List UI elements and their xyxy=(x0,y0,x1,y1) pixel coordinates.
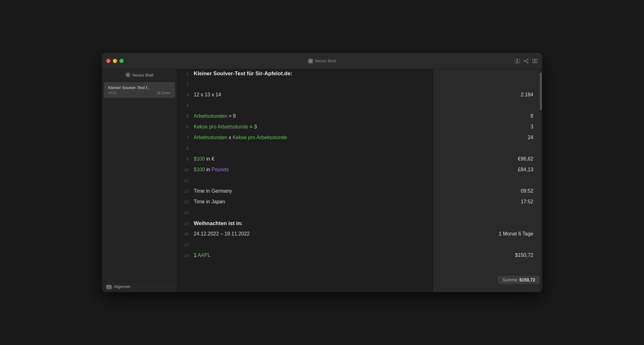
line-number: 10 xyxy=(177,167,194,172)
line-content[interactable]: $100 in € xyxy=(194,156,433,162)
result-value: $150,72 xyxy=(515,252,533,258)
result-value: €96,62 xyxy=(518,156,533,162)
var-name: Arbeitsstunden xyxy=(194,113,227,119)
var1: Arbeitsstunden xyxy=(194,135,227,140)
line-number: 12 xyxy=(177,188,194,194)
new-sheet-button[interactable]: + Neues Blatt xyxy=(102,69,177,81)
line-content[interactable]: $100 in Pounds xyxy=(194,167,433,172)
line-content[interactable]: 1 AAPL xyxy=(194,252,433,258)
summe-bar: Summe $150,72 xyxy=(498,276,540,284)
line-content[interactable]: 12 x 13 x 14 xyxy=(194,92,433,98)
line-row: 3 12 x 13 x 14 xyxy=(177,91,433,101)
sidebar-footer: Allgemein xyxy=(102,281,177,292)
result-row: 09:52 xyxy=(433,187,540,198)
result-row: $150,72 xyxy=(433,251,540,262)
result-value: 1 Monat 6 Tage xyxy=(499,231,533,237)
scrollbar-track[interactable] xyxy=(540,69,542,292)
share-icon[interactable] xyxy=(523,58,529,64)
result-value: 2.184 xyxy=(521,92,533,98)
line-row: 12 Time in Germany xyxy=(177,187,433,198)
var-value: 3 xyxy=(254,124,257,129)
currency-unit: € xyxy=(212,156,214,161)
line-number: 5 xyxy=(177,113,194,119)
result-row xyxy=(433,219,540,230)
layout-icon[interactable] xyxy=(514,58,520,64)
line-content[interactable]: Arbeitsstunden x Kekse pro Arbeitsstunde xyxy=(194,135,433,140)
line-number: 9 xyxy=(177,156,194,161)
result-value: 17:52 xyxy=(521,199,533,205)
book-icon[interactable] xyxy=(532,58,538,64)
result-row xyxy=(433,240,540,251)
in-text: in xyxy=(206,167,212,172)
new-sheet-label: Neues Blatt xyxy=(132,73,153,77)
line-content[interactable]: Arbeitsstunden = 8 xyxy=(194,113,433,119)
line-content[interactable]: Kleiner Soulver-Test für Sir-Apfelot.de: xyxy=(194,71,433,77)
line-content[interactable] xyxy=(194,103,433,108)
result-row: 17:52 xyxy=(433,198,540,208)
app-window: Neues Blatt + Neues Blatt Kleiner Soulve… xyxy=(102,53,542,292)
summe-label: Summe xyxy=(502,277,517,282)
bottom-spacer xyxy=(177,262,433,287)
line-number: 4 xyxy=(177,103,194,108)
op-text: = xyxy=(229,113,233,119)
line-number: 7 xyxy=(177,135,194,140)
line-row: 14 xyxy=(177,208,433,219)
line-content[interactable]: Time in Germany xyxy=(194,188,433,194)
svg-point-6 xyxy=(527,59,528,60)
line-number: 11 xyxy=(177,178,194,183)
result-row: 24 xyxy=(433,133,540,144)
scrollbar-thumb[interactable] xyxy=(540,72,542,110)
line-row: 17 xyxy=(177,240,433,251)
result-row xyxy=(433,101,540,112)
line-row: 13 Time in Japan xyxy=(177,198,433,208)
line-content[interactable]: Kekse pro Arbeitsstunde = 3 xyxy=(194,124,433,130)
currency-unit: Pounds xyxy=(212,167,229,172)
line-row: 18 1 AAPL xyxy=(177,251,433,262)
line-row: 15 Weihnachten ist in: xyxy=(177,219,433,230)
fullscreen-button[interactable] xyxy=(119,59,124,63)
editor-pane[interactable]: 1 Kleiner Soulver-Test für Sir-Apfelot.d… xyxy=(177,69,433,292)
line-content[interactable] xyxy=(194,145,433,151)
result-row: 1 Monat 6 Tage xyxy=(433,230,540,240)
line-content[interactable] xyxy=(194,210,433,215)
svg-point-8 xyxy=(527,62,528,63)
svg-rect-12 xyxy=(535,59,537,63)
line-content[interactable] xyxy=(194,178,433,183)
minimize-button[interactable] xyxy=(113,59,117,63)
line-content[interactable] xyxy=(194,242,433,247)
line-row: 6 Kekse pro Arbeitsstunde = 3 xyxy=(177,123,433,133)
line-content[interactable] xyxy=(194,81,433,87)
sidebar: + Neues Blatt Kleiner Soulver-Test f... … xyxy=(102,69,177,292)
line-number: 18 xyxy=(177,252,194,258)
line-content[interactable]: Weihnachten ist in: xyxy=(194,220,433,227)
line-text: Kleiner Soulver-Test für Sir-Apfelot.de: xyxy=(194,71,292,76)
result-row: 8 xyxy=(433,112,540,123)
result-value: £84,13 xyxy=(518,167,533,172)
titlebar-actions xyxy=(514,58,538,64)
line-text: Time in Japan xyxy=(194,199,225,204)
result-row: £84,13 xyxy=(433,166,540,176)
result-row xyxy=(433,69,540,80)
line-row: 8 xyxy=(177,144,433,155)
close-button[interactable] xyxy=(106,59,110,63)
result-row xyxy=(433,208,540,219)
sidebar-item-meta: 09:52 18 Zeilen xyxy=(108,91,171,95)
line-content[interactable]: Time in Japan xyxy=(194,199,433,205)
line-number: 13 xyxy=(177,199,194,204)
line-row: 7 Arbeitsstunden x Kekse pro Arbeitsstun… xyxy=(177,133,433,144)
line-number: 15 xyxy=(177,221,194,226)
result-value: 3 xyxy=(530,124,533,130)
sidebar-item-active[interactable]: Kleiner Soulver-Test f... 09:52 18 Zeile… xyxy=(104,82,175,98)
line-number: 16 xyxy=(177,231,194,236)
result-value: 8 xyxy=(530,113,533,119)
summe-spacer: Summe $150,72 xyxy=(433,262,540,287)
app-body: + Neues Blatt Kleiner Soulver-Test f... … xyxy=(102,69,542,292)
var2: Kekse pro Arbeitsstunde xyxy=(233,135,287,140)
line-row: 1 Kleiner Soulver-Test für Sir-Apfelot.d… xyxy=(177,69,433,80)
line-content[interactable]: 24.12.2022 – 18.11.2022 xyxy=(194,231,433,237)
line-number: 3 xyxy=(177,92,194,97)
result-row: 2.184 xyxy=(433,91,540,101)
line-row: 10 $100 in Pounds xyxy=(177,166,433,176)
var-value: 8 xyxy=(233,113,236,119)
svg-line-10 xyxy=(525,61,527,62)
